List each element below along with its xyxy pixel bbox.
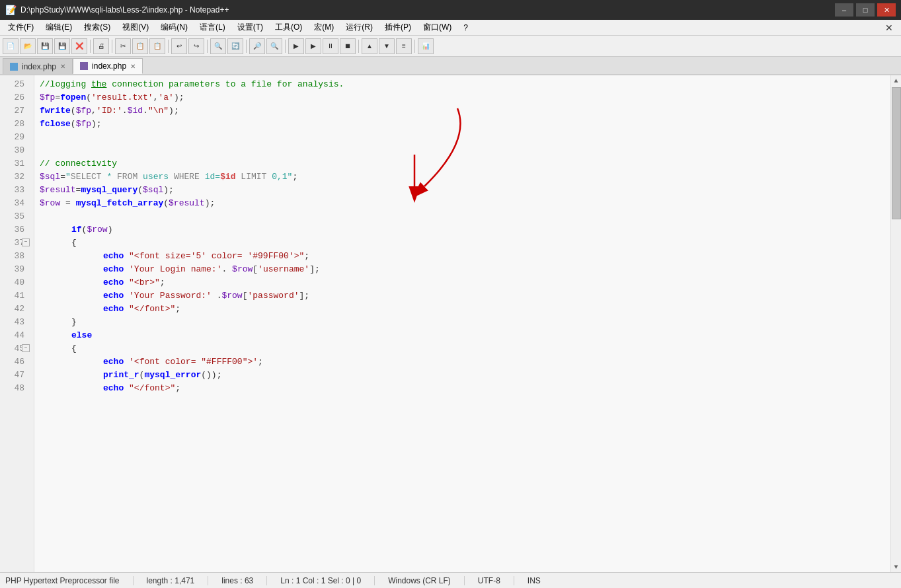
toolbar-zoom-out[interactable]: 🔍 [266,38,282,54]
menu-window[interactable]: 窗口(W) [418,20,457,34]
code-line-37: { [40,237,885,250]
line-numbers: 25 26 27 28 29 30 31 32 33 34 35 36 37 –… [0,75,34,572]
ln-26: 26 [3,91,28,104]
code-line-35 [40,210,885,223]
toolbar-save[interactable]: 💾 [37,38,53,54]
toolbar-b2[interactable]: ▶ [305,38,321,54]
status-bar: PHP Hypertext Preprocessor file length :… [0,572,901,588]
toolbar-save-all[interactable]: 💾 [54,38,70,54]
toolbar-b3[interactable]: ⏸ [323,38,338,54]
tab-2-icon [80,62,88,70]
code-line-44: else [40,329,885,342]
toolbar-paste[interactable]: 📋 [149,38,165,54]
menu-edit[interactable]: 编辑(E) [40,20,77,34]
code-line-28: fclose($fp); [40,118,885,131]
menu-macro[interactable]: 宏(M) [309,20,339,34]
tab-1[interactable]: index.php ✕ [3,58,73,74]
status-lineending: Windows (CR LF) [388,576,465,585]
toolbar-print[interactable]: 🖨 [93,38,109,54]
code-line-47: print_r(mysql_error()); [40,369,885,382]
code-area: 25 26 27 28 29 30 31 32 33 34 35 36 37 –… [0,75,901,572]
ln-30: 30 [3,144,28,157]
status-length: length : 1,471 [147,576,209,585]
tab-1-label: index.php [22,62,56,71]
ln-32: 32 [3,170,28,184]
ln-33: 33 [3,184,28,197]
status-insertmode: INS [528,576,554,585]
scroll-thumb[interactable] [892,87,901,219]
toolbar-zoom-in[interactable]: 🔎 [249,38,265,54]
code-line-48: echo "</font>"; [40,382,885,395]
ln-46: 46 [3,355,28,369]
ln-29: 29 [3,131,28,144]
status-position-text: Ln : 1 Col : 1 Sel : 0 | 0 [280,576,361,585]
close-button[interactable]: ✕ [877,3,896,17]
toolbar-b4[interactable]: ⏹ [340,38,356,54]
toolbar-replace[interactable]: 🔄 [227,38,243,54]
code-line-39: echo 'Your Login name:'. $row['username'… [40,263,885,276]
status-position: Ln : 1 Col : 1 Sel : 0 | 0 [280,576,375,585]
toolbar-b5[interactable]: ▲ [362,38,377,54]
ln-48: 48 [3,382,28,395]
code-line-34: $row = mysql_fetch_array($result); [40,197,885,210]
toolbar-find[interactable]: 🔍 [210,38,226,54]
menu-help[interactable]: ? [458,22,473,34]
menu-file[interactable]: 文件(F) [3,20,39,34]
toolbar-undo[interactable]: ↩ [171,38,187,54]
ln-35: 35 [3,210,28,223]
ln-43: 43 [3,316,28,329]
toolbar-b7[interactable]: ≡ [396,38,412,54]
code-line-41: echo 'Your Password:' .$row['password']; [40,289,885,303]
menu-plugins[interactable]: 插件(P) [379,20,416,34]
toolbar-cut[interactable]: ✂ [115,38,131,54]
menu-language[interactable]: 语言(L) [194,20,231,34]
toolbar-redo[interactable]: ↪ [188,38,204,54]
status-lineending-text: Windows (CR LF) [388,576,451,585]
maximize-button[interactable]: □ [856,3,875,17]
toolbar-copy[interactable]: 📋 [132,38,148,54]
tab-2-close[interactable]: ✕ [130,63,136,70]
status-encoding-text: UTF-8 [478,576,500,585]
toolbar-open[interactable]: 📂 [20,38,36,54]
toolbar-b1[interactable]: ▶ [288,38,304,54]
menu-encoding[interactable]: 编码(N) [155,20,193,34]
toolbar-close[interactable]: ❌ [71,38,87,54]
toolbar-b6[interactable]: ▼ [379,38,395,54]
toolbar-b8[interactable]: 📊 [418,38,434,54]
menu-bar: 文件(F) 编辑(E) 搜索(S) 视图(V) 编码(N) 语言(L) 设置(T… [0,20,901,36]
code-line-32: $sql="SELECT * FROM users WHERE id=$id L… [40,170,885,184]
tab-bar: index.php ✕ index.php ✕ [0,57,901,75]
menu-settings[interactable]: 设置(T) [232,20,268,34]
minimize-button[interactable]: – [835,3,853,17]
menu-view[interactable]: 视图(V) [117,20,154,34]
menu-run[interactable]: 运行(R) [340,20,378,34]
toolbar-new[interactable]: 📄 [3,38,19,54]
menu-search[interactable]: 搜索(S) [79,20,116,34]
status-filetype: PHP Hypertext Preprocessor file [5,576,134,585]
status-filetype-text: PHP Hypertext Preprocessor file [5,576,120,585]
tab-2[interactable]: index.php ✕ [73,58,143,74]
menu-close-x[interactable]: ✕ [880,22,898,33]
scroll-down[interactable]: ▼ [891,562,901,572]
window-title: D:\phpStudy\WWW\sqli-labs\Less-2\index.p… [20,5,229,15]
ln-37: 37 – [3,237,28,250]
scrollbar[interactable]: ▲ ▼ [890,75,901,572]
code-line-27: fwrite($fp,'ID:'.$id."\n"); [40,104,885,118]
tab-1-icon [10,63,18,71]
status-insertmode-text: INS [528,576,541,585]
ln-34: 34 [3,197,28,210]
tab-2-label: index.php [92,61,126,71]
code-line-40: echo "<br>"; [40,276,885,289]
ln-42: 42 [3,303,28,316]
code-content[interactable]: //logging the connection parameters to a… [34,75,890,572]
tab-1-close[interactable]: ✕ [60,63,65,70]
ln-36: 36 [3,223,28,237]
menu-tools[interactable]: 工具(O) [270,20,307,34]
ln-44: 44 [3,329,28,342]
code-line-46: echo '<font color= "#FFFF00">'; [40,355,885,369]
status-length-text: length : 1,471 [147,576,195,585]
code-line-30 [40,144,885,157]
scroll-up[interactable]: ▲ [891,75,901,86]
code-line-36: if($row) [40,223,885,237]
code-line-33: $result=mysql_query($sql); [40,184,885,197]
